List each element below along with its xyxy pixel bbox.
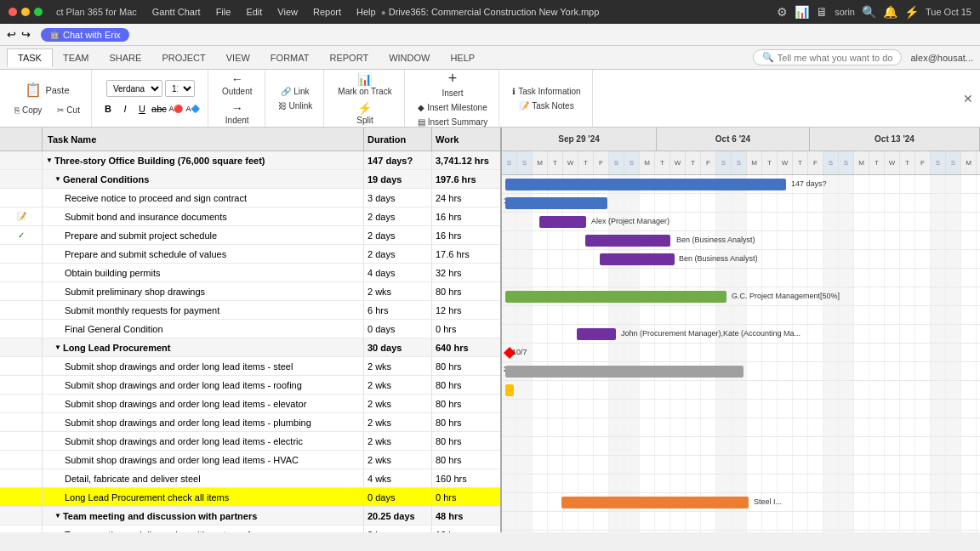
tab-window[interactable]: WINDOW [379,49,440,66]
insert-milestone-button[interactable]: ◆ Insert Milestone [413,101,492,114]
task-row[interactable]: Submit shop drawings and order long lead… [0,451,500,469]
task-row[interactable]: Submit shop drawings and order long lead… [0,413,500,432]
gantt-grid-cell [839,325,854,343]
gantt-grid-cell [578,250,594,268]
tab-task[interactable]: TASK [7,48,53,67]
menu-help[interactable]: Help [356,7,376,17]
task-row[interactable]: ▼General Conditions 19 days 197.6 hrs [0,170,500,189]
task-row[interactable]: Obtain building permits 4 days 32 hrs [0,264,500,282]
font-size-select[interactable]: 11 [165,80,195,97]
gantt-grid-cell [762,362,778,380]
underline-button[interactable]: U [134,101,150,116]
task-row[interactable]: Submit monthly requests for payment 6 hr… [0,301,500,320]
task-row[interactable]: Detail, fabricate and deliver steel 4 wk… [0,469,500,488]
task-row[interactable]: Submit shop drawings and order long lead… [0,376,500,395]
task-row[interactable]: Receive notice to proceed and sign contr… [0,189,500,207]
gantt-grid-cell [961,512,977,530]
task-row[interactable]: ▼Team meeting and discussion with partne… [0,507,500,525]
unlink-button[interactable]: ⛓ Unlink [274,99,317,112]
gantt-day-cell: W [885,151,900,174]
task-information-button[interactable]: ℹ Task Information [508,85,584,98]
tab-team[interactable]: TEAM [53,49,100,66]
gantt-grid-cell [900,175,915,193]
gantt-day-cell: S [946,151,961,174]
font-color-button[interactable]: A🔷 [185,101,201,116]
maximize-btn[interactable] [34,8,43,16]
insert-button[interactable]: + Insert [436,68,468,99]
menu-view[interactable]: View [277,7,298,17]
font-color-bg-button[interactable]: A🔴 [168,101,184,116]
gantt-grid-cell [931,269,946,287]
ribbon-close-button[interactable]: ✕ [963,92,973,105]
copy-button[interactable]: ⎘ Copy [10,104,46,116]
task-row[interactable]: Long Lead Procurement check all items 0 … [0,488,500,507]
menu-report[interactable]: Report [313,7,341,17]
cut-button[interactable]: ✂ Cut [53,104,84,116]
task-notes-button[interactable]: 📝 Task Notes [515,99,578,112]
undo-icon[interactable]: ↩ [7,28,16,41]
paste-button[interactable]: 📋 Paste [18,80,76,100]
gantt-grid-cell [716,418,732,436]
gantt-days-row: SSMTWTFSSMTWTFSSMTWTFSSMTWTFSSM [502,151,980,175]
gantt-grid-cell [670,306,686,324]
italic-button[interactable]: I [117,101,133,116]
tab-report[interactable]: REPORT [319,49,379,66]
task-row[interactable]: Submit preliminary shop drawings 2 wks 8… [0,282,500,301]
link-group: 🔗 Link ⛓ Unlink [267,70,325,127]
gantt-grid-cell [533,456,548,474]
gantt-grid-cell [915,474,931,492]
close-btn[interactable] [9,8,17,16]
tab-project[interactable]: PROJECT [151,49,215,66]
font-family-select[interactable]: Verdana [106,80,162,97]
task-row[interactable]: 📝 Submit bond and insurance documents 2 … [0,207,500,226]
mark-on-track-button[interactable]: 📊 Mark on Track [333,71,396,98]
task-row[interactable]: Submit shop drawings and order long lead… [0,432,500,451]
col-work-header[interactable]: Work [432,128,500,151]
task-work: 80 hrs [432,376,500,394]
insert-summary-button[interactable]: ▤ Insert Summary [413,116,493,128]
bold-button[interactable]: B [100,101,116,116]
task-row[interactable]: Submit shop drawings and order long lead… [0,357,500,376]
gantt-grid-cell [808,250,823,268]
gantt-grid-cell [533,231,548,249]
gantt-grid-cell [548,456,563,474]
tab-share[interactable]: SHARE [99,49,151,66]
redo-icon[interactable]: ↪ [21,28,31,41]
gantt-grid-cell [793,474,808,492]
tell-me-input[interactable]: 🔍 Tell me what you want to do [753,49,903,65]
gantt-grid-cell [701,474,716,492]
task-row[interactable]: Team meeting and discussion with partner… [0,525,500,532]
gantt-grid-cell [640,381,655,399]
outdent-button[interactable]: ← Outdent [217,71,258,98]
chat-button[interactable]: 🤖 Chat with Erix [41,28,129,42]
col-duration-header[interactable]: Duration [364,128,432,151]
task-row[interactable]: ✓ Prepare and submit project schedule 2 … [0,226,500,245]
gantt-day-cell: F [594,151,609,174]
gantt-grid-cell [885,418,900,436]
menu-edit[interactable]: Edit [246,7,262,17]
strikethrough-button[interactable]: abc [151,101,167,116]
menu-file[interactable]: File [216,7,231,17]
gantt-grid-cell [762,456,778,474]
task-row[interactable]: ▼Long Lead Procurement 30 days 640 hrs [0,338,500,357]
gantt-grid-cell [594,306,609,324]
tab-format[interactable]: FORMAT [260,49,320,66]
gantt-grid-cell [931,512,946,530]
gantt-grid-cell [900,531,915,532]
minimize-btn[interactable] [21,8,30,16]
link-button[interactable]: 🔗 Link [276,85,313,98]
split-button[interactable]: ⚡ Split [351,99,378,127]
task-row[interactable]: Final General Condition 0 days 0 hrs [0,320,500,338]
gantt-grid-cell [823,213,839,230]
menu-gantt[interactable]: Gantt Chart [152,7,201,17]
task-row[interactable]: Submit shop drawings and order long lead… [0,395,500,413]
tab-help[interactable]: HELP [440,49,485,66]
gantt-grid-cell [946,400,961,418]
gantt-grid-cell [716,269,732,287]
indent-button[interactable]: → Indent [220,99,254,127]
task-row[interactable]: ▼Three-story Office Building (76,000 squ… [0,151,500,170]
col-task-name-header[interactable]: Task Name [43,128,364,151]
task-row[interactable]: Prepare and submit schedule of values 2 … [0,245,500,264]
gantt-grid-cell [701,269,716,287]
tab-view[interactable]: VIEW [216,49,260,66]
